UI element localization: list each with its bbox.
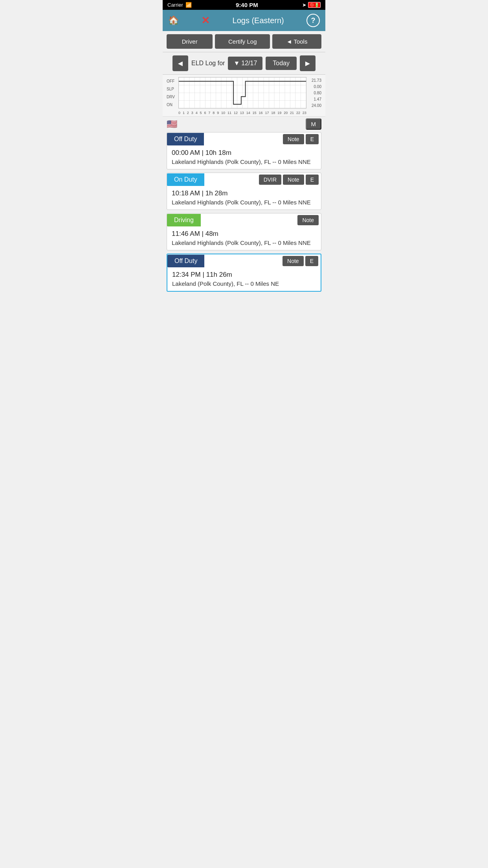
e-button-1[interactable]: E [306, 134, 319, 144]
chart-val-on: 1.47 [308, 97, 321, 101]
wifi-icon: 📶 [185, 2, 192, 8]
chart-val-slp: 0.00 [308, 85, 321, 89]
flag-m-row: 🇺🇸 M [163, 117, 325, 132]
log-entry-4[interactable]: Off Duty Note E 12:34 PM | 11h 26m Lakel… [167, 254, 321, 292]
chart-values-right: 21.73 0.00 0.80 1.47 24.00 [308, 77, 321, 108]
log-location-1: Lakeland Highlands (Polk County), FL -- … [172, 158, 316, 165]
log-card-header-3: Driving Note [167, 213, 321, 227]
log-card-header-1: Off Duty Note E [167, 132, 321, 146]
log-actions-1: Note E [281, 132, 321, 146]
log-entry-2[interactable]: On Duty DVIR Note E 10:18 AM | 1h 28m La… [167, 173, 321, 210]
help-icon: ? [311, 17, 315, 25]
eld-log-label: ELD Log for [191, 60, 225, 67]
header: 🏠 ✕ Logs (Eastern) ? [163, 10, 325, 31]
log-card-header-2: On Duty DVIR Note E [167, 173, 321, 186]
log-location-3: Lakeland Highlands (Polk County), FL -- … [172, 239, 316, 246]
chart-hours: 0 1 2 3 4 5 6 7 8 9 10 11 12 13 14 15 16… [178, 110, 306, 116]
log-actions-2: DVIR Note E [257, 173, 321, 186]
note-button-4[interactable]: Note [283, 256, 304, 266]
m-badge-button[interactable]: M [306, 118, 322, 130]
log-time-4: 12:34 PM | 11h 26m [172, 271, 316, 279]
row-label-off: OFF [167, 79, 178, 83]
current-date: 12/17 [241, 60, 257, 67]
log-card-body-2: 10:18 AM | 1h 28m Lakeland Highlands (Po… [167, 186, 321, 210]
tools-button[interactable]: ◄ Tools [272, 34, 321, 49]
log-entry-3[interactable]: Driving Note 11:46 AM | 48m Lakeland Hig… [167, 213, 321, 250]
chart-val-off: 21.73 [308, 78, 321, 83]
location-icon: ➤ [302, 2, 306, 8]
help-button[interactable]: ? [306, 14, 320, 27]
date-dropdown-arrow: ▼ [233, 60, 240, 67]
time-label: 9:40 PM [236, 2, 258, 8]
status-bar: Carrier 📶 9:40 PM ➤ 🔴🔋 [163, 0, 325, 10]
status-badge-1: Off Duty [167, 133, 204, 145]
log-entries: Off Duty Note E 00:00 AM | 10h 18m Lakel… [163, 132, 325, 300]
prev-day-button[interactable]: ◄ [172, 55, 188, 71]
chart-row-labels: OFF SLP DRV ON [167, 77, 178, 108]
close-icon[interactable]: ✕ [201, 15, 210, 27]
driver-button[interactable]: Driver [167, 34, 213, 49]
status-badge-2: On Duty [167, 173, 204, 186]
row-label-drv: DRV [167, 95, 178, 99]
us-flag-icon: 🇺🇸 [167, 119, 177, 129]
log-actions-4: Note E [280, 254, 321, 268]
log-time-1: 00:00 AM | 10h 18m [172, 149, 316, 157]
chart-area: OFF SLP DRV ON 21.73 0.00 0.80 1.47 24.0… [163, 75, 325, 117]
row-label-on: ON [167, 103, 178, 107]
chart-val-drv: 0.80 [308, 91, 321, 95]
header-title: Logs (Eastern) [233, 16, 284, 25]
status-bar-right: ➤ 🔴🔋 [302, 2, 321, 8]
home-icon[interactable]: 🏠 [168, 15, 179, 26]
log-card-body-1: 00:00 AM | 10h 18m Lakeland Highlands (P… [167, 146, 321, 169]
carrier-label: Carrier [167, 2, 183, 8]
date-picker-button[interactable]: ▼ 12/17 [228, 57, 262, 70]
row-label-slp: SLP [167, 87, 178, 91]
e-button-4[interactable]: E [305, 256, 318, 266]
eld-chart-svg [178, 77, 306, 108]
log-location-2: Lakeland Highlands (Polk County), FL -- … [172, 199, 316, 206]
battery-icon: 🔴🔋 [308, 2, 321, 8]
today-button[interactable]: Today [266, 57, 297, 70]
log-card-body-3: 11:46 AM | 48m Lakeland Highlands (Polk … [167, 227, 321, 250]
status-badge-4: Off Duty [167, 255, 204, 267]
status-bar-left: Carrier 📶 [167, 2, 192, 8]
note-button-3[interactable]: Note [297, 215, 319, 225]
log-card-header-4: Off Duty Note E [167, 254, 321, 268]
certify-log-button[interactable]: Certify Log [215, 34, 270, 49]
log-time-2: 10:18 AM | 1h 28m [172, 189, 316, 197]
log-entry-1[interactable]: Off Duty Note E 00:00 AM | 10h 18m Lakel… [167, 132, 321, 169]
log-actions-3: Note [295, 213, 321, 227]
status-badge-3: Driving [167, 214, 201, 226]
log-card-body-4: 12:34 PM | 11h 26m Lakeland (Polk County… [167, 268, 321, 291]
log-time-3: 11:46 AM | 48m [172, 230, 316, 238]
note-button-1[interactable]: Note [283, 134, 304, 144]
nav-bar: ◄ ELD Log for ▼ 12/17 Today ► [163, 52, 325, 75]
chart-main [178, 77, 306, 110]
note-button-2[interactable]: Note [283, 175, 304, 185]
dvir-button-2[interactable]: DVIR [259, 175, 281, 185]
chart-wrapper: OFF SLP DRV ON 21.73 0.00 0.80 1.47 24.0… [167, 77, 321, 116]
chart-val-total: 24.00 [308, 103, 321, 108]
e-button-2[interactable]: E [306, 175, 319, 185]
toolbar: Driver Certify Log ◄ Tools [163, 31, 325, 52]
log-location-4: Lakeland (Polk County), FL -- 0 Miles NE [172, 280, 316, 287]
next-day-button[interactable]: ► [300, 55, 316, 71]
